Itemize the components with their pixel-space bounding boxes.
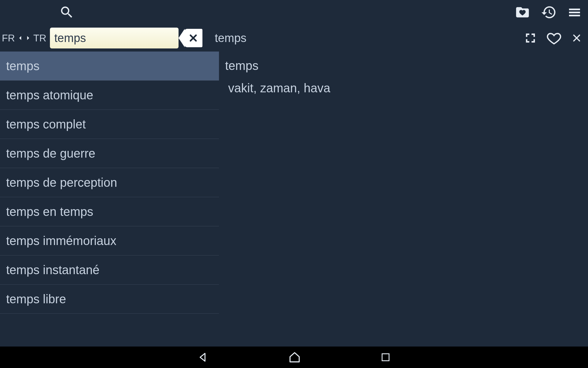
detail-translation: vakit, zaman, hava [225, 81, 582, 95]
back-icon[interactable] [197, 351, 209, 363]
favorite-icon[interactable] [546, 30, 562, 46]
svg-rect-0 [382, 354, 389, 361]
clear-search-button[interactable] [184, 29, 202, 47]
recent-apps-icon[interactable] [380, 352, 391, 362]
lang-from-label: FR [1, 33, 16, 44]
search-toolbar: FR TR temps [0, 25, 588, 52]
list-item[interactable]: temps libre [0, 285, 219, 314]
list-item[interactable]: temps complet [0, 110, 219, 139]
main-area: tempstemps atomiquetemps complettemps de… [0, 52, 588, 347]
list-item[interactable]: temps de guerre [0, 139, 219, 168]
top-bar [0, 0, 588, 25]
detail-panel: temps vakit, zaman, hava [219, 52, 588, 347]
swap-icon [16, 32, 33, 44]
history-icon[interactable] [541, 4, 557, 20]
search-field-wrap [50, 28, 179, 48]
favorites-folder-icon[interactable] [514, 5, 531, 20]
list-item[interactable]: temps immémoriaux [0, 226, 219, 255]
fullscreen-icon[interactable] [524, 31, 537, 45]
list-item[interactable]: temps [0, 52, 219, 81]
android-navbar [0, 347, 588, 368]
lang-to-label: TR [33, 33, 47, 44]
language-toggle[interactable]: FR TR [1, 32, 47, 44]
search-icon[interactable] [59, 5, 74, 20]
list-item[interactable]: temps de perception [0, 168, 219, 197]
menu-icon[interactable] [567, 5, 582, 20]
close-icon[interactable] [571, 32, 582, 44]
list-item[interactable]: temps en temps [0, 197, 219, 226]
search-input[interactable] [54, 32, 199, 45]
detail-title: temps [215, 32, 246, 45]
list-item[interactable]: temps instantané [0, 255, 219, 285]
list-item[interactable]: temps atomique [0, 81, 219, 110]
detail-term: temps [225, 59, 582, 73]
results-list[interactable]: tempstemps atomiquetemps complettemps de… [0, 52, 219, 347]
home-icon[interactable] [288, 351, 301, 363]
